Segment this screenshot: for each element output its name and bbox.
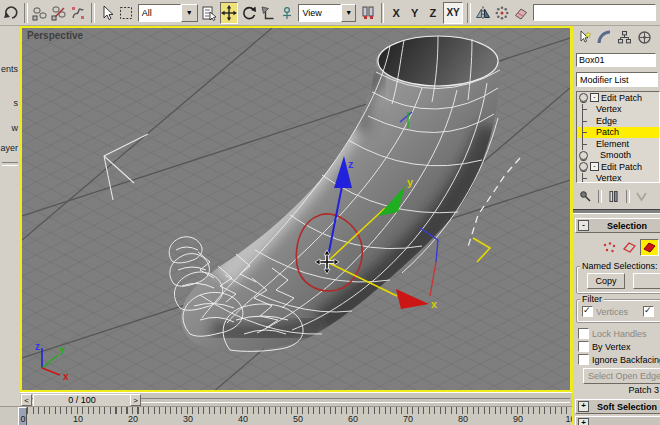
reference-coordinate-dropdown[interactable]: View ▼ xyxy=(298,4,356,22)
collapse-minus-icon[interactable]: - xyxy=(590,93,599,102)
rectangular-selection-region-icon[interactable] xyxy=(118,2,135,24)
select-and-scale-icon[interactable] xyxy=(259,2,276,24)
remove-modifier-icon[interactable] xyxy=(633,189,649,204)
toolbar-separator xyxy=(91,3,94,23)
vertex-subobject-icon[interactable] xyxy=(600,239,619,256)
select-and-link-icon[interactable] xyxy=(32,2,49,24)
modify-tab-icon[interactable] xyxy=(595,28,614,48)
visibility-bulb-icon[interactable] xyxy=(579,162,588,171)
stack-row-element[interactable]: Element xyxy=(577,138,659,150)
collapse-minus-icon[interactable]: - xyxy=(578,220,589,231)
3dsmax-window: All ▼ View ▼ X Y Z XY xyxy=(0,0,660,425)
select-object-icon[interactable] xyxy=(99,2,116,24)
expand-plus-icon[interactable]: + xyxy=(578,418,589,425)
clipped-menu-item[interactable]: ayer xyxy=(0,143,18,153)
track-bar[interactable]: 0 10 20 30 40 50 60 70 80 90 100 xyxy=(0,406,572,425)
stack-row-edge[interactable]: Edge xyxy=(577,115,659,127)
main-toolbar: All ▼ View ▼ X Y Z XY xyxy=(0,0,660,26)
align-icon[interactable] xyxy=(513,2,530,24)
next-frame-button[interactable]: > xyxy=(130,394,141,406)
checkbox-icon[interactable] xyxy=(578,354,589,365)
visibility-bulb-icon[interactable] xyxy=(579,93,588,102)
restrict-y-button[interactable]: Y xyxy=(406,2,422,24)
checkbox-icon[interactable] xyxy=(578,341,589,352)
soft-selection-rollout-header[interactable]: + Soft Selection xyxy=(575,399,660,414)
modifier-list-label: Modifier List xyxy=(580,75,629,85)
toolbar-separator xyxy=(381,3,384,23)
selection-status: Patch 3 xyxy=(573,385,659,395)
create-tab-icon[interactable] xyxy=(575,28,594,48)
show-end-result-icon[interactable] xyxy=(605,189,621,204)
object-name-field[interactable] xyxy=(576,53,656,67)
hierarchy-tab-icon[interactable] xyxy=(615,28,634,48)
lock-handles-checkbox[interactable]: Lock Handles xyxy=(578,328,647,339)
named-selection-sets-field[interactable] xyxy=(533,4,656,21)
modifier-stack: - Edit Patch Vertex Edge Patch Element xyxy=(576,91,660,183)
restrict-x-button[interactable]: X xyxy=(388,2,404,24)
world-axis-x-label: x xyxy=(63,371,69,382)
redo-icon[interactable] xyxy=(3,2,20,24)
paste-button[interactable] xyxy=(633,273,660,289)
pin-stack-icon[interactable] xyxy=(577,189,593,204)
mirror-icon[interactable] xyxy=(475,2,492,24)
perspective-viewport[interactable]: Perspective xyxy=(20,26,572,392)
gizmo-x-label: x xyxy=(431,298,438,310)
modifier-list-dropdown[interactable]: Modifier List xyxy=(576,72,658,87)
stack-row-smooth[interactable]: Smooth xyxy=(577,150,659,162)
edge-subobject-icon[interactable] xyxy=(620,239,639,256)
select-and-move-button[interactable] xyxy=(220,2,238,24)
select-by-name-icon[interactable] xyxy=(201,2,218,24)
world-axis-y-label: y xyxy=(59,344,65,355)
clipped-menu-item[interactable]: ents xyxy=(1,64,18,74)
menu-divider xyxy=(2,162,18,166)
dropdown-arrow-icon[interactable]: ▼ xyxy=(341,4,356,22)
vertices-checkbox[interactable]: Vertices xyxy=(582,306,628,317)
toolbar-separator xyxy=(24,3,27,23)
bind-to-spacewarp-icon[interactable] xyxy=(70,2,87,24)
selection-rollout-header[interactable]: - Selection xyxy=(575,218,660,233)
select-and-rotate-icon[interactable] xyxy=(240,2,257,24)
dropdown-arrow-icon[interactable]: ▼ xyxy=(181,4,198,22)
tick-label: 60 xyxy=(341,414,365,424)
viewport-canvas[interactable]: z y x z xyxy=(22,28,570,390)
checkbox-checked-icon[interactable] xyxy=(643,306,654,317)
checkbox-checked-icon[interactable] xyxy=(582,306,593,317)
tree-connector xyxy=(577,104,588,116)
by-vertex-checkbox[interactable]: By Vertex xyxy=(578,341,631,352)
motion-tab-icon[interactable] xyxy=(635,28,654,48)
use-pivot-point-center-icon[interactable] xyxy=(359,2,376,24)
stack-row-vertex[interactable]: Vertex xyxy=(577,104,659,116)
stack-row-patch-selected[interactable]: Patch xyxy=(577,127,659,139)
tree-connector xyxy=(577,173,588,184)
visibility-bulb-icon[interactable] xyxy=(579,151,588,160)
selection-filter-dropdown[interactable]: All ▼ xyxy=(138,4,198,22)
patch-subobject-icon[interactable] xyxy=(640,239,659,256)
expand-plus-icon[interactable]: + xyxy=(578,401,589,412)
stack-row-vertex-2[interactable]: Vertex xyxy=(577,173,659,184)
move-icon xyxy=(221,5,237,21)
ignore-backfacing-checkbox[interactable]: Ignore Backfacing xyxy=(578,354,660,365)
toolbar-separator xyxy=(598,190,602,203)
partial-rollout-header[interactable]: + xyxy=(575,416,660,425)
array-icon[interactable] xyxy=(494,2,511,24)
select-and-manipulate-icon[interactable] xyxy=(278,2,295,24)
restrict-xy-plane-button[interactable]: XY xyxy=(443,2,463,24)
unlink-selection-icon[interactable] xyxy=(51,2,68,24)
world-axis-z-label: z xyxy=(35,341,40,352)
toolbar-separator xyxy=(467,3,470,23)
gizmo-y-label: y xyxy=(407,176,414,188)
stack-row-edit-patch[interactable]: - Edit Patch xyxy=(577,92,659,104)
left-clipped-panel: ents s w ayer xyxy=(0,26,21,406)
clipped-menu-item[interactable]: w xyxy=(12,123,19,133)
select-open-edges-button[interactable]: Select Open Edges xyxy=(583,368,660,384)
previous-frame-button[interactable]: < xyxy=(21,394,32,406)
tick-label: 20 xyxy=(121,414,145,424)
clipped-menu-item[interactable]: s xyxy=(14,98,19,108)
restrict-z-button[interactable]: Z xyxy=(425,2,441,24)
stack-row-edit-patch-2[interactable]: - Edit Patch xyxy=(577,161,659,173)
handles-checkbox[interactable] xyxy=(643,306,657,317)
collapse-minus-icon[interactable]: - xyxy=(590,162,599,171)
copy-button[interactable]: Copy xyxy=(587,273,625,289)
checkbox-icon[interactable] xyxy=(578,328,589,339)
viewport-label[interactable]: Perspective xyxy=(27,30,83,41)
